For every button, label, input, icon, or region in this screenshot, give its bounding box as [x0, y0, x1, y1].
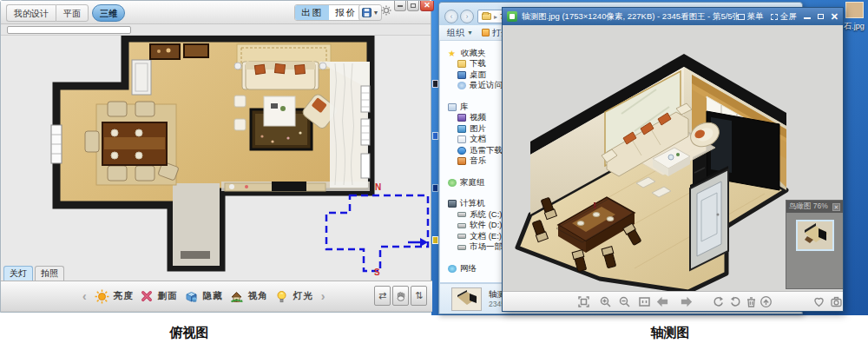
item-label: 系统 (C:)	[470, 209, 502, 221]
desktop-strip-icon[interactable]	[432, 184, 438, 192]
brightness-label: 亮度	[114, 290, 134, 302]
network-icon	[448, 265, 457, 273]
next-image-button[interactable]	[680, 295, 694, 308]
caption-top-view: 俯视图	[155, 325, 224, 341]
maximize-icon	[818, 14, 824, 19]
viewer-toolbar	[503, 291, 843, 311]
maximize-button[interactable]	[818, 14, 824, 19]
back-button[interactable]: ‹	[444, 10, 458, 23]
zoom-in-button[interactable]	[598, 295, 612, 308]
cube-icon	[184, 289, 199, 304]
viewer-titlebar[interactable]: 轴测图.jpg (1753×1240像素, 227KB) - 2345看图王 -…	[503, 8, 843, 25]
heart-icon	[812, 295, 825, 308]
music-icon	[457, 157, 466, 165]
navigator-thumb-art	[798, 221, 832, 249]
recent-places-icon	[457, 82, 466, 89]
trash-icon	[745, 295, 758, 308]
fit-to-window-button[interactable]	[576, 295, 590, 308]
light-label: 灯光	[293, 290, 313, 302]
delete-button[interactable]	[744, 295, 758, 308]
close-icon[interactable]: ✕	[832, 203, 840, 211]
item-label: 文档	[470, 135, 486, 146]
upload-button[interactable]	[759, 295, 773, 308]
fullscreen-icon	[771, 14, 778, 20]
menu-label: 菜单	[747, 11, 764, 23]
desktop-icon-small	[457, 71, 466, 79]
delete-face-button[interactable]: 删面	[140, 289, 178, 303]
minimize-icon	[398, 5, 403, 7]
tab-snapshot[interactable]: 拍照	[35, 266, 64, 281]
desktop-strip-icon[interactable]	[432, 132, 438, 140]
minimap-outline	[326, 195, 428, 271]
scroll-right-icon[interactable]: ›	[319, 289, 327, 303]
desktop-icon-stone-jpg[interactable]: 石.jpg	[843, 2, 865, 32]
zoom-out-button[interactable]	[617, 295, 631, 308]
navigator-thumbnail[interactable]	[796, 220, 834, 251]
tab-plan-2d[interactable]: 平面	[56, 4, 89, 22]
actual-size-button[interactable]	[637, 295, 651, 308]
chevron-down-icon: ▼	[467, 30, 473, 36]
scroll-left-icon[interactable]: ‹	[81, 289, 89, 303]
floor-plan-render	[2, 36, 431, 281]
forward-button[interactable]: ›	[460, 10, 474, 23]
zoom-view-button[interactable]: ⇅	[411, 286, 427, 306]
rotate-left-button[interactable]	[711, 295, 725, 308]
close-button[interactable]: ✕	[831, 12, 838, 22]
section-label: 收藏夹	[461, 48, 486, 59]
fullscreen-label: 全屏	[780, 11, 797, 23]
room-select-combobox[interactable]	[7, 26, 131, 34]
light-button[interactable]: 灯光	[274, 289, 313, 304]
zoom-out-icon	[618, 295, 631, 308]
rotate-left-icon	[712, 295, 725, 308]
organize-button[interactable]: 组织 ▼	[447, 27, 473, 39]
brightness-button[interactable]: 亮度	[95, 289, 134, 304]
chevron-down-icon: ▼	[373, 10, 379, 16]
item-label: 桌面	[470, 69, 486, 81]
rotate-view-button[interactable]: ⇄	[374, 286, 391, 306]
file-thumbnail	[451, 287, 482, 311]
homegroup-icon	[448, 179, 457, 187]
tab-3d[interactable]: 三维	[92, 4, 125, 22]
navigator-panel[interactable]: 鸟瞰图 76% ✕	[786, 200, 843, 289]
viewer-app-icon	[507, 11, 517, 22]
fullscreen-button[interactable]: 全屏	[771, 11, 797, 23]
organize-label: 组织	[447, 27, 464, 39]
desktop-strip-icon[interactable]	[432, 80, 438, 88]
previous-image-button[interactable]	[655, 295, 669, 308]
rotate-right-button[interactable]	[728, 295, 742, 308]
desktop-strip-icon[interactable]	[432, 236, 438, 244]
item-label: 视频	[470, 113, 486, 124]
menu-button[interactable]: 菜单	[738, 11, 764, 23]
tab-my-design[interactable]: 我的设计	[6, 4, 56, 22]
minimize-button[interactable]	[394, 1, 406, 11]
view-angle-button[interactable]: 视角	[229, 289, 268, 304]
viewer-image-area[interactable]: 鸟瞰图 76% ✕	[503, 25, 843, 291]
up-arrow-icon	[760, 295, 773, 308]
tab-lights-off[interactable]: 关灯	[3, 266, 33, 281]
drive-icon	[457, 223, 466, 228]
maximize-button[interactable]	[407, 1, 419, 11]
design-bottom-toolbar: ‹ 亮度 删面	[1, 281, 432, 312]
close-button[interactable]: ✕	[420, 1, 434, 11]
export-image-button[interactable]: 出图	[295, 5, 329, 20]
pan-view-button[interactable]	[392, 286, 409, 306]
item-label: 迅雷下载	[470, 145, 503, 156]
save-button[interactable]: ▼	[358, 4, 382, 21]
fit-icon	[577, 295, 590, 308]
screen: 石.jpg ‹ › ▸ 7 组织 ▼ 打开 ★ 收	[0, 0, 868, 350]
viewer-title: 轴测图.jpg (1753×1240像素, 227KB) - 2345看图王 -…	[522, 11, 738, 23]
favorite-button[interactable]	[812, 295, 825, 308]
minimize-button[interactable]	[804, 14, 811, 19]
section-label: 网络	[460, 263, 477, 274]
desktop-icon-label: 石.jpg	[843, 21, 865, 32]
maximize-icon	[411, 3, 416, 8]
action-group: 出图 报价	[294, 4, 364, 21]
item-label: 下载	[470, 59, 486, 70]
canvas-view-tabs: 关灯 拍照	[3, 266, 66, 281]
design-3d-viewport[interactable]: N S 关灯 拍照	[2, 36, 431, 281]
previous-icon	[655, 295, 669, 308]
house-icon	[229, 289, 244, 304]
drive-icon	[457, 234, 466, 239]
screenshot-button[interactable]	[829, 295, 843, 308]
settings-gear-button[interactable]	[381, 3, 391, 14]
